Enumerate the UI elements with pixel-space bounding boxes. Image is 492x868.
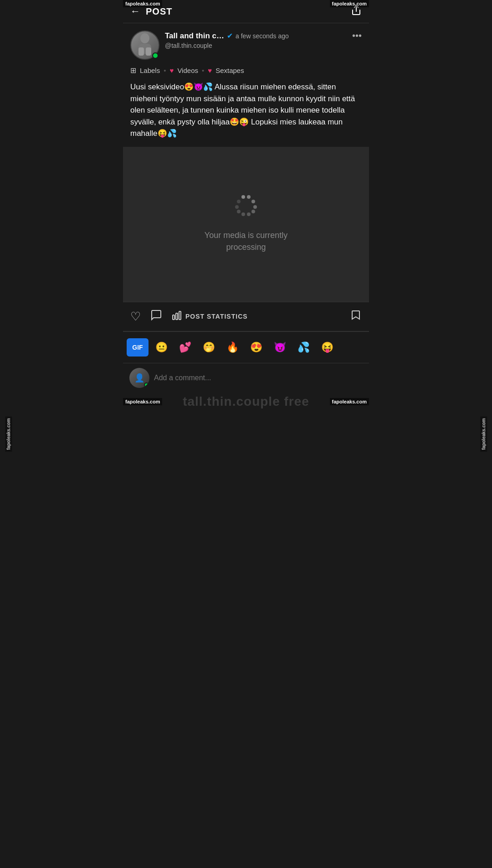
svg-rect-4 [146,47,151,56]
media-area: Your media is currently processing [123,147,369,302]
emoji-thinking[interactable]: 🤭 [198,336,220,358]
post-statistics-label: POST STATISTICS [185,313,248,320]
post-body: Uusi seksivideo😍👿💦 Alussa riisun miehen … [130,81,362,140]
svg-point-1 [140,33,149,43]
label-videos[interactable]: Videos [177,67,198,74]
comment-area: 👤 [123,363,369,393]
post-container: Tall and thin c… ✔ a few seconds ago •••… [123,23,369,147]
author-handle: @tall.thin.couple [165,42,362,49]
watermark-bottom-left: fapoleaks.com [123,398,162,405]
emoji-neutral[interactable]: 😐 [150,336,172,358]
like-button[interactable]: ♡ [130,310,141,324]
comment-user-avatar: 👤 [129,368,149,388]
watermark-top-right: fapoleaks.com [330,0,369,7]
avatar-wrapper [130,31,159,60]
comment-input[interactable] [154,374,363,382]
emoji-heart-eyes[interactable]: 😍 [245,336,267,358]
bottom-bar: fapoleaks.com tall.thin.couple free fapo… [123,393,369,411]
online-indicator [152,52,159,59]
label-heart-sextapes: ♥ [208,67,212,74]
media-processing-text: Your media is currently processing [205,230,287,253]
page-title: POST [146,6,172,17]
action-bar: ♡ POST STATISTICS [123,302,369,331]
label-heart-videos: ♥ [169,67,174,74]
label-labels[interactable]: Labels [140,67,160,74]
author-name: Tall and thin c… [165,31,224,41]
watermark-top-left: fapoleaks.com [123,0,162,7]
stats-icon [172,310,182,323]
author-info: Tall and thin c… ✔ a few seconds ago •••… [165,31,362,49]
bottom-watermark-text: tall.thin.couple free [183,394,309,409]
emoji-fire[interactable]: 🔥 [221,336,243,358]
emoji-bar: GIF 😐 💕 🤭 🔥 😍 😈 💦 😝 [123,331,369,363]
verified-icon: ✔ [227,31,233,40]
loading-spinner [232,195,260,222]
watermark-bottom-right: fapoleaks.com [330,398,369,405]
svg-rect-5 [173,315,174,320]
post-statistics-button[interactable]: POST STATISTICS [172,310,248,323]
post-author: Tall and thin c… ✔ a few seconds ago •••… [130,31,362,60]
emoji-droplets[interactable]: 💦 [292,336,314,358]
gif-button[interactable]: GIF [127,338,149,356]
comment-online-dot [144,382,149,388]
bookmark-button[interactable] [350,309,362,324]
post-timestamp: a few seconds ago [236,32,289,40]
more-options-button[interactable]: ••• [352,31,362,41]
svg-rect-7 [179,311,181,320]
labels-row: ⊞ Labels • ♥ Videos • ♥ Sextapes [130,66,362,75]
emoji-tongue[interactable]: 😝 [316,336,338,358]
emoji-hearts[interactable]: 💕 [174,336,196,358]
svg-rect-3 [138,47,144,56]
label-sextapes[interactable]: Sextapes [215,67,244,74]
svg-rect-6 [176,313,178,320]
comment-button[interactable] [150,309,163,325]
labels-icon: ⊞ [130,66,136,75]
emoji-devil[interactable]: 😈 [269,336,291,358]
